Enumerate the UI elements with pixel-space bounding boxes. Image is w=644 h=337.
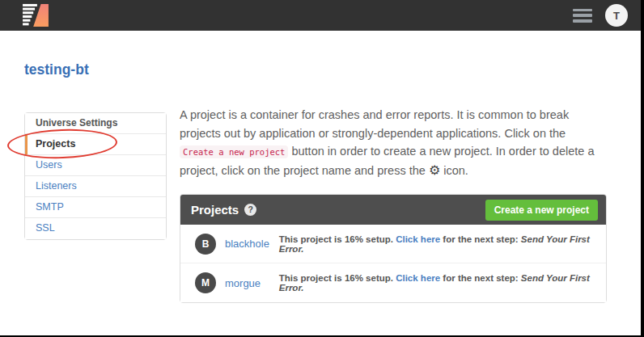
sidebar-item-users[interactable]: Users <box>25 155 166 176</box>
project-avatar: B <box>195 234 216 255</box>
project-setup-status: This project is 16% setup. Click here fo… <box>279 273 606 293</box>
help-icon[interactable]: ? <box>244 204 256 216</box>
projects-panel: Projects ? Create a new project B blackh… <box>180 194 607 303</box>
project-name-link[interactable]: morgue <box>225 277 279 289</box>
intro-text-part1: A project is a container for crashes and… <box>180 108 569 140</box>
app-window: T testing-bt Universe Settings Projects … <box>0 0 644 337</box>
sidebar-item-ssl[interactable]: SSL <box>25 218 166 239</box>
gear-icon: ⚙ <box>429 163 440 177</box>
next-step-text: for the next step: <box>443 273 518 283</box>
user-avatar[interactable]: T <box>605 4 628 27</box>
create-project-code-snippet: Create a new project <box>180 145 288 158</box>
projects-panel-title: Projects <box>191 203 239 217</box>
sidebar-item-listeners[interactable]: Listeners <box>25 176 166 197</box>
sidebar-header: Universe Settings <box>25 113 166 134</box>
next-step-text: for the next step: <box>443 234 518 244</box>
create-project-button[interactable]: Create a new project <box>485 200 598 221</box>
sidebar-item-projects[interactable]: Projects <box>25 134 166 155</box>
page-title: testing-bt <box>24 61 89 78</box>
intro-text-part3: icon. <box>440 164 468 177</box>
project-row: B blackhole This project is 16% setup. C… <box>180 225 606 263</box>
setup-percent-text: This project is 16% setup. <box>279 273 393 283</box>
click-here-link[interactable]: Click here <box>396 234 440 244</box>
sidebar-item-smtp[interactable]: SMTP <box>25 197 166 218</box>
project-name-link[interactable]: blackhole <box>225 238 279 250</box>
setup-percent-text: This project is 16% setup. <box>279 234 393 244</box>
projects-panel-header: Projects ? Create a new project <box>180 195 606 225</box>
top-navbar: T <box>0 0 641 31</box>
backtrace-logo-icon[interactable] <box>23 3 49 27</box>
projects-intro-text: A project is a container for crashes and… <box>180 106 610 179</box>
menu-icon[interactable] <box>573 9 592 23</box>
project-setup-status: This project is 16% setup. Click here fo… <box>279 234 606 254</box>
project-row: M morgue This project is 16% setup. Clic… <box>180 263 606 302</box>
project-avatar: M <box>195 272 216 293</box>
click-here-link[interactable]: Click here <box>396 273 440 283</box>
settings-sidebar: Universe Settings Projects Users Listene… <box>24 112 167 240</box>
